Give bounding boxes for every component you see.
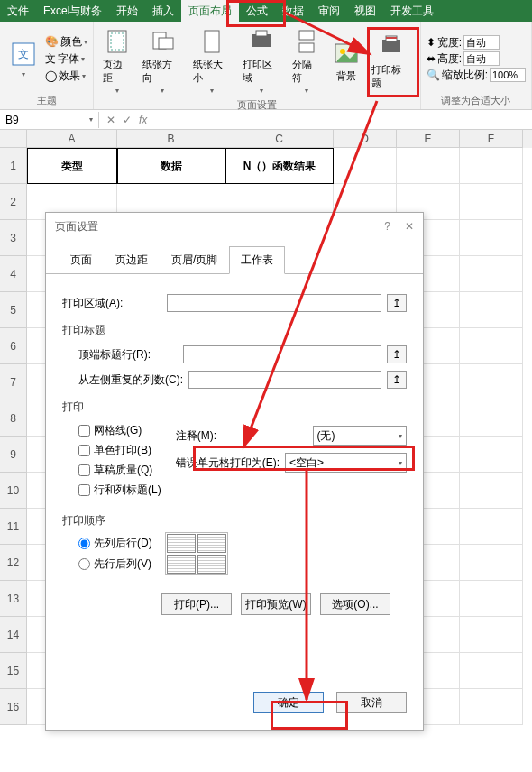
orientation-button[interactable]: 纸张方向▾ bbox=[139, 25, 185, 96]
tab-formula[interactable]: 公式 bbox=[239, 0, 275, 22]
cell[interactable] bbox=[460, 509, 523, 545]
col-header-A[interactable]: A bbox=[27, 130, 117, 148]
row-header[interactable]: 6 bbox=[0, 328, 27, 364]
options-button[interactable]: 选项(O)... bbox=[320, 593, 390, 615]
print-button[interactable]: 打印(P)... bbox=[161, 593, 232, 615]
col-header-D[interactable]: D bbox=[334, 130, 397, 148]
row-header[interactable]: 15 bbox=[0, 653, 27, 689]
cell[interactable] bbox=[460, 617, 523, 653]
top-rows-input[interactable] bbox=[183, 345, 381, 363]
col-header-F[interactable]: F bbox=[460, 130, 523, 148]
row-header[interactable]: 7 bbox=[0, 364, 27, 400]
bw-checkbox[interactable] bbox=[78, 445, 90, 456]
size-button[interactable]: 纸张大小▾ bbox=[189, 25, 235, 96]
down-over-radio[interactable] bbox=[78, 538, 90, 549]
height-input[interactable] bbox=[463, 51, 500, 66]
group-page-setup: 页边距▾ 纸张方向▾ 纸张大小▾ 打印区域▾ 分隔符▾ 背景 打印标题 页面设置 bbox=[94, 22, 421, 109]
cell[interactable]: 类型 bbox=[27, 148, 117, 184]
cell[interactable] bbox=[460, 184, 523, 220]
col-header-C[interactable]: C bbox=[225, 130, 334, 148]
dlg-tab-margins[interactable]: 页边距 bbox=[104, 246, 160, 274]
row-header[interactable]: 9 bbox=[0, 437, 27, 473]
cancel-button[interactable]: 取消 bbox=[336, 692, 407, 713]
cell[interactable] bbox=[460, 581, 523, 617]
cell[interactable] bbox=[460, 256, 523, 292]
row-header[interactable]: 4 bbox=[0, 256, 27, 292]
background-button[interactable]: 背景 bbox=[328, 37, 364, 85]
cell[interactable] bbox=[460, 292, 523, 328]
cell[interactable] bbox=[460, 653, 523, 689]
themes-button[interactable]: 文 ▾ bbox=[5, 38, 41, 80]
gridlines-checkbox[interactable] bbox=[78, 425, 90, 437]
dlg-tab-page[interactable]: 页面 bbox=[59, 246, 104, 274]
cell[interactable] bbox=[460, 364, 523, 400]
cell[interactable] bbox=[460, 473, 523, 509]
tab-home[interactable]: 开始 bbox=[109, 0, 145, 22]
cell[interactable] bbox=[460, 437, 523, 473]
tab-data[interactable]: 数据 bbox=[275, 0, 311, 22]
cell[interactable] bbox=[460, 148, 523, 184]
cell[interactable] bbox=[460, 220, 523, 256]
left-cols-input[interactable] bbox=[188, 371, 381, 389]
tab-view[interactable]: 视图 bbox=[347, 0, 383, 22]
print-area-button[interactable]: 打印区域▾ bbox=[239, 25, 285, 96]
col-header-B[interactable]: B bbox=[117, 130, 225, 148]
cell[interactable] bbox=[460, 689, 523, 725]
tab-excel-finance[interactable]: Excel与财务 bbox=[36, 0, 109, 22]
row-header[interactable]: 8 bbox=[0, 400, 27, 437]
col-header-E[interactable]: E bbox=[397, 130, 460, 148]
colors-button[interactable]: 🎨颜色▾ bbox=[45, 34, 87, 50]
cancel-icon[interactable]: ✕ bbox=[106, 114, 115, 126]
close-icon[interactable]: ✕ bbox=[405, 220, 414, 233]
draft-label: 草稿质量(Q) bbox=[94, 463, 152, 478]
margins-button[interactable]: 页边距▾ bbox=[99, 25, 135, 96]
row-header[interactable]: 14 bbox=[0, 617, 27, 653]
select-all-corner[interactable] bbox=[0, 130, 27, 148]
row-header[interactable]: 11 bbox=[0, 509, 27, 545]
cell[interactable] bbox=[460, 400, 523, 437]
tab-page-layout[interactable]: 页面布局 bbox=[181, 0, 239, 22]
themes-icon: 文 bbox=[9, 40, 38, 69]
dlg-tab-sheet[interactable]: 工作表 bbox=[229, 246, 285, 274]
help-icon[interactable]: ? bbox=[384, 220, 390, 233]
row-header[interactable]: 2 bbox=[0, 184, 27, 220]
width-input[interactable] bbox=[463, 35, 500, 50]
row-header[interactable]: 10 bbox=[0, 473, 27, 509]
print-area-input[interactable] bbox=[167, 294, 381, 312]
tab-developer[interactable]: 开发工具 bbox=[383, 0, 441, 22]
left-cols-picker[interactable]: ↥ bbox=[387, 371, 407, 389]
cell[interactable]: 数据 bbox=[117, 148, 225, 184]
cell[interactable]: N（）函数结果 bbox=[225, 148, 334, 184]
confirm-icon[interactable]: ✓ bbox=[123, 114, 132, 126]
tab-insert[interactable]: 插入 bbox=[145, 0, 181, 22]
cell[interactable] bbox=[460, 328, 523, 364]
print-titles-button[interactable]: 打印标题 bbox=[368, 31, 414, 92]
draft-checkbox[interactable] bbox=[78, 464, 90, 476]
breaks-button[interactable]: 分隔符▾ bbox=[289, 25, 325, 96]
row-header[interactable]: 13 bbox=[0, 581, 27, 617]
cell[interactable] bbox=[460, 545, 523, 581]
errors-select[interactable]: <空白>▾ bbox=[285, 453, 407, 473]
row-header[interactable]: 1 bbox=[0, 148, 27, 184]
row-header[interactable]: 16 bbox=[0, 689, 27, 725]
preview-button[interactable]: 打印预览(W) bbox=[241, 593, 311, 615]
row-header[interactable]: 5 bbox=[0, 292, 27, 328]
top-rows-picker[interactable]: ↥ bbox=[387, 345, 407, 363]
cell[interactable] bbox=[397, 148, 460, 184]
dlg-tab-header-footer[interactable]: 页眉/页脚 bbox=[160, 246, 229, 274]
fonts-button[interactable]: 文字体▾ bbox=[45, 51, 87, 67]
tab-review[interactable]: 审阅 bbox=[311, 0, 347, 22]
row-col-hdr-checkbox[interactable] bbox=[78, 484, 90, 496]
ok-button[interactable]: 确定 bbox=[253, 692, 324, 713]
row-header[interactable]: 3 bbox=[0, 220, 27, 256]
comments-select[interactable]: (无)▾ bbox=[313, 426, 408, 446]
name-box[interactable]: B9▾ bbox=[0, 112, 99, 128]
print-area-picker[interactable]: ↥ bbox=[387, 294, 407, 312]
over-down-radio[interactable] bbox=[78, 558, 90, 570]
row-header[interactable]: 12 bbox=[0, 545, 27, 581]
effects-button[interactable]: ◯效果▾ bbox=[45, 69, 87, 84]
tab-file[interactable]: 文件 bbox=[0, 0, 36, 22]
fx-icon[interactable]: fx bbox=[139, 114, 147, 126]
zoom-input[interactable] bbox=[490, 68, 526, 82]
cell[interactable] bbox=[334, 148, 397, 184]
